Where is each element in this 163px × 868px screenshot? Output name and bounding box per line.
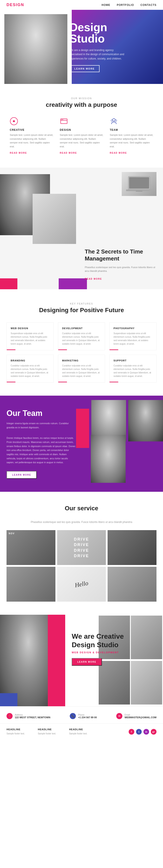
team-photo-man-suit <box>128 400 163 441</box>
mission-label: OUR MISSION <box>6 97 157 100</box>
creative-icon <box>10 117 18 126</box>
feature-title-2: PHOTOGRAPHY <box>114 327 152 330</box>
feature-marketing: MARKETING Curabitur vulputate eros ut el… <box>58 355 105 382</box>
email-icon: ✉ <box>116 713 122 719</box>
phone-icon: 📞 <box>70 713 76 719</box>
footer-col-text-1: Sample footer text. <box>38 732 56 736</box>
feature-development: DEVELOPMENT Curabitur vulputate eros ut … <box>58 322 105 350</box>
feature-web-design: WEB DESIGN Suspendisse vulputate eros ut… <box>6 322 54 350</box>
footer-col-1: HEADLINE Sample footer text. <box>38 728 56 736</box>
cta-accent-red <box>48 615 65 706</box>
footer-contact-email: ✉ Email WEBMASTER@GMAIL.COM <box>116 713 157 719</box>
feature-title-3: BRANDING <box>11 359 49 362</box>
feature-branding: BRANDING Curabitur vulputate eros ut eli… <box>6 355 54 382</box>
creative-title: CREATIVE <box>10 128 53 131</box>
secrets-accent-red <box>0 278 17 289</box>
design-text: Sample text. Lorem ipsum dolor sit amet,… <box>60 133 103 149</box>
address-value: Address 122 WEST STREET, NEWTOWN <box>15 714 50 719</box>
logo[interactable]: DESIGN <box>6 3 24 7</box>
svg-point-5 <box>63 119 63 120</box>
mission-grid: CREATIVE Sample text. Lorem ipsum dolor … <box>6 117 157 155</box>
hero-cta-button[interactable]: LEARN MORE <box>70 65 99 72</box>
footer-col-text-2: Sample footer text. <box>69 732 87 736</box>
mission-item-creative: CREATIVE Sample text. Lorem ipsum dolor … <box>10 117 53 155</box>
footer-contact-address: 📍 Address 122 WEST STREET, NEWTOWN <box>6 713 50 719</box>
nav-home[interactable]: HOME <box>101 3 110 6</box>
secrets-title: The 2 Secrets to Time Management <box>85 248 157 262</box>
footer-col-title-1: HEADLINE <box>38 728 56 731</box>
features-title: Designing for Positive Future <box>6 307 157 314</box>
feature-accent-4 <box>58 382 67 382</box>
nav-links: HOME PORTFOLIO CONTACTS <box>101 3 157 6</box>
features-label: KEY FEATURES <box>6 302 157 305</box>
team-section: Our Team Integer viverra ligula ornare e… <box>0 396 163 492</box>
twitter-icon[interactable]: t <box>136 729 142 735</box>
feature-accent-5 <box>110 382 118 382</box>
cta-button[interactable]: LEARN MORE <box>72 658 102 666</box>
design-icon <box>60 117 69 126</box>
team-photos <box>85 396 163 487</box>
linkedin-icon[interactable]: in <box>144 729 149 735</box>
service-header: Our service Phasellus scelerisque sed le… <box>6 505 157 524</box>
service-grid: NOV DRIVEDRIVEDRIVEDRIVE Hello <box>6 530 157 601</box>
service-cell-badge <box>108 530 157 565</box>
team-photo-bottom-row <box>85 435 126 483</box>
team-body-text: Donec tristique faucibus lorem, eu variu… <box>6 436 76 465</box>
mission-item-team: TEAM Sample text. Lorem ipsum dolor sit … <box>110 117 153 155</box>
footer-contacts: 📍 Address 122 WEST STREET, NEWTOWN 📞 Pho… <box>0 707 163 724</box>
footer-columns: HEADLINE Sample footer text. HEADLINE Sa… <box>6 728 87 736</box>
team-icon <box>110 117 118 126</box>
team-content: Our Team Integer viverra ligula ornare e… <box>0 396 83 492</box>
email-value: Email WEBMASTER@GMAIL.COM <box>125 714 157 719</box>
design-read-more[interactable]: READ MORE <box>60 152 77 154</box>
feature-accent-2 <box>110 349 118 350</box>
creative-text: Sample text. Lorem ipsum dolor sit amet,… <box>10 133 53 149</box>
address-icon: 📍 <box>6 713 13 719</box>
creative-read-more[interactable]: READ MORE <box>10 152 27 154</box>
facebook-icon[interactable]: f <box>129 729 134 735</box>
team-text: Sample text. Lorem ipsum dolor sit amet,… <box>110 133 153 149</box>
features-grid: WEB DESIGN Suspendisse vulputate eros ut… <box>6 322 157 382</box>
nav-contacts[interactable]: CONTACTS <box>140 3 157 6</box>
feature-photography: PHOTOGRAPHY Suspendisse vulputate eros u… <box>109 322 157 350</box>
hero-section: DesignStudio We are a design and brandin… <box>0 10 163 84</box>
secrets-content: The 2 Secrets to Time Management Phasell… <box>85 235 163 289</box>
team-photo-man2 <box>91 435 126 483</box>
navigation: DESIGN HOME PORTFOLIO CONTACTS <box>0 0 163 10</box>
service-cell-nov: NOV <box>6 530 55 565</box>
feature-title-5: SUPPORT <box>114 359 152 362</box>
svg-point-4 <box>62 119 62 120</box>
svg-rect-10 <box>129 177 149 189</box>
nav-portfolio[interactable]: PORTFOLIO <box>117 3 134 6</box>
service-section: Our service Phasellus scelerisque sed le… <box>0 492 163 615</box>
laptop-screen <box>122 172 157 196</box>
cta-accent-blue <box>0 693 17 706</box>
feature-accent-1 <box>58 349 67 350</box>
cta-content: We are CreativeDesign Studio WEB DESIGN … <box>72 615 163 675</box>
feature-support: SUPPORT Curabitur vulputate eros ut elit… <box>109 355 157 382</box>
svg-point-6 <box>113 119 115 121</box>
footer-col-title-0: HEADLINE <box>6 728 25 731</box>
nov-label: NOV <box>9 532 15 535</box>
secrets-read-more[interactable]: READ MORE <box>85 278 102 280</box>
feature-text-4: Curabitur vulputate eros ut elit element… <box>62 364 101 378</box>
service-cell-drive: DRIVEDRIVEDRIVEDRIVE <box>57 530 106 565</box>
footer-bottom: HEADLINE Sample footer text. HEADLINE Sa… <box>0 724 163 740</box>
team-read-more[interactable]: READ MORE <box>110 152 127 154</box>
mission-item-design: DESIGN Sample text. Lorem ipsum dolor si… <box>60 117 103 155</box>
feature-title-1: DEVELOPMENT <box>62 327 101 330</box>
cta-section: We are CreativeDesign Studio WEB DESIGN … <box>0 615 163 706</box>
team-title: Our Team <box>6 409 76 418</box>
footer-col-text-0: Sample footer text. <box>6 732 25 736</box>
laptop-image <box>122 172 157 196</box>
svg-rect-11 <box>126 189 152 191</box>
feature-text-5: Curabitur vulputate eros ut elit element… <box>114 364 152 378</box>
service-cell-hello: Hello <box>57 567 106 601</box>
secrets-image-2 <box>33 194 76 244</box>
drive-text: DRIVEDRIVEDRIVEDRIVE <box>74 537 89 559</box>
googleplus-icon[interactable]: g+ <box>151 729 157 735</box>
feature-text-3: Curabitur vulputate eros ut elit element… <box>11 364 49 378</box>
footer-contact-phone: 📞 Phone +1 234 567 89 00 <box>70 713 97 719</box>
team-cta-button[interactable]: LEARN MORE <box>6 471 37 479</box>
feature-accent-3 <box>7 382 15 382</box>
